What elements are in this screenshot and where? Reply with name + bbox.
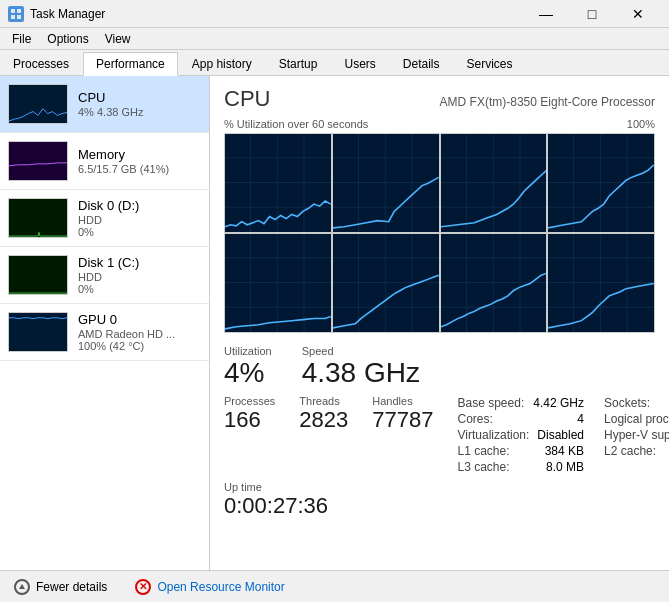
menu-options[interactable]: Options: [39, 30, 96, 48]
svg-rect-44: [333, 234, 439, 332]
sidebar-item-disk0[interactable]: Disk 0 (D:) HDD 0%: [0, 190, 209, 247]
svg-marker-65: [19, 584, 25, 589]
minimize-button[interactable]: —: [523, 4, 569, 24]
detail-label: Cores:: [458, 412, 493, 426]
svg-rect-23: [441, 134, 547, 232]
detail-label: Hyper-V support:: [604, 428, 669, 442]
window-controls: — □ ✕: [523, 4, 661, 24]
tab-users[interactable]: Users: [331, 51, 388, 75]
threads-stat: Threads 2823: [299, 395, 348, 475]
sidebar-item-gpu[interactable]: GPU 0 AMD Radeon HD ... 100% (42 °C): [0, 304, 209, 361]
fewer-details-icon: [14, 579, 30, 595]
detail-row: Hyper-V support:Yes: [604, 427, 669, 443]
tab-bar: Processes Performance App history Startu…: [0, 50, 669, 76]
svg-rect-37: [225, 234, 331, 332]
speed-stat-label: Speed: [302, 345, 420, 357]
cpu-panel-subtitle: AMD FX(tm)-8350 Eight-Core Processor: [440, 95, 655, 109]
sidebar-item-memory[interactable]: Memory 6.5/15.7 GB (41%): [0, 133, 209, 190]
cpu-core-6-graph: [441, 234, 547, 332]
details-panel: Base speed:4.42 GHzSockets:1Cores:4Logic…: [458, 395, 670, 475]
menu-view[interactable]: View: [97, 30, 139, 48]
disk1-detail: HDD: [78, 271, 201, 283]
handles-label: Handles: [372, 395, 433, 407]
detail-value: 4.42 GHz: [533, 396, 584, 410]
processes-stat: Processes 166: [224, 395, 275, 475]
fewer-details-label: Fewer details: [36, 580, 107, 594]
main-content: CPU 4% 4.38 GHz Memory 6.5/15.7 GB (41%): [0, 76, 669, 570]
resource-monitor-button[interactable]: ✕ Open Resource Monitor: [131, 577, 288, 597]
svg-rect-30: [548, 134, 654, 232]
sidebar-item-cpu[interactable]: CPU 4% 4.38 GHz: [0, 76, 209, 133]
disk0-info: Disk 0 (D:) HDD 0%: [78, 198, 201, 238]
utilization-100: 100%: [627, 118, 655, 130]
memory-info: Memory 6.5/15.7 GB (41%): [78, 147, 201, 175]
detail-value: 8.0 MB: [546, 460, 584, 474]
cpu-graphs-grid: [224, 133, 655, 333]
uptime-value: 0:00:27:36: [224, 495, 655, 517]
cpu-core-7-graph: [548, 234, 654, 332]
detail-row: Base speed:4.42 GHz: [458, 395, 585, 411]
close-button[interactable]: ✕: [615, 4, 661, 24]
detail-row: L2 cache:8.0 MB: [604, 443, 669, 459]
tab-performance[interactable]: Performance: [83, 52, 178, 76]
disk1-name: Disk 1 (C:): [78, 255, 201, 270]
speed-stat: Speed 4.38 GHz: [302, 345, 420, 387]
utilization-stat: Utilization 4%: [224, 345, 272, 387]
cpu-panel-title: CPU: [224, 86, 270, 112]
gpu-info: GPU 0 AMD Radeon HD ... 100% (42 °C): [78, 312, 201, 352]
handles-stat: Handles 77787: [372, 395, 433, 475]
cpu-name: CPU: [78, 90, 201, 105]
svg-rect-0: [11, 9, 15, 13]
svg-rect-58: [548, 234, 654, 332]
tab-processes[interactable]: Processes: [0, 51, 82, 75]
gpu-mini-chart: [8, 312, 68, 352]
menu-bar: File Options View: [0, 28, 669, 50]
gpu-model: AMD Radeon HD ...: [78, 328, 201, 340]
disk0-name: Disk 0 (D:): [78, 198, 201, 213]
uptime-stat: Up time 0:00:27:36: [224, 481, 655, 517]
cpu-core-3-graph: [548, 134, 654, 232]
tab-startup[interactable]: Startup: [266, 51, 331, 75]
detail-row: Virtualization:Disabled: [458, 427, 585, 443]
disk1-info: Disk 1 (C:) HDD 0%: [78, 255, 201, 295]
disk1-pct: 0%: [78, 283, 201, 295]
detail-label: Sockets:: [604, 396, 650, 410]
cpu-core-0-graph: [225, 134, 331, 232]
app-title: Task Manager: [30, 7, 105, 21]
sidebar-item-disk1[interactable]: Disk 1 (C:) HDD 0%: [0, 247, 209, 304]
svg-rect-1: [17, 9, 21, 13]
utilization-stat-value: 4%: [224, 359, 272, 387]
cpu-core-4-graph: [225, 234, 331, 332]
svg-rect-3: [17, 15, 21, 19]
cpu-core-2-graph: [441, 134, 547, 232]
svg-rect-6: [9, 199, 67, 237]
svg-rect-5: [9, 142, 67, 180]
svg-rect-4: [9, 85, 67, 123]
svg-rect-2: [11, 15, 15, 19]
detail-label: L3 cache:: [458, 460, 510, 474]
threads-value: 2823: [299, 409, 348, 431]
processes-label: Processes: [224, 395, 275, 407]
tab-details[interactable]: Details: [390, 51, 453, 75]
menu-file[interactable]: File: [4, 30, 39, 48]
detail-value: 384 KB: [545, 444, 584, 458]
memory-mini-chart: [8, 141, 68, 181]
tab-app-history[interactable]: App history: [179, 51, 265, 75]
processes-value: 166: [224, 409, 275, 431]
right-panel: CPU AMD FX(tm)-8350 Eight-Core Processor…: [210, 76, 669, 570]
detail-row: Logical processors:8: [604, 411, 669, 427]
svg-rect-7: [9, 256, 67, 294]
fewer-details-button[interactable]: Fewer details: [10, 577, 111, 597]
resource-monitor-icon: ✕: [135, 579, 151, 595]
cpu-detail: 4% 4.38 GHz: [78, 106, 201, 118]
tab-services[interactable]: Services: [454, 51, 526, 75]
utilization-label-row: % Utilization over 60 seconds 100%: [224, 118, 655, 130]
title-bar-left: Task Manager: [8, 6, 105, 22]
maximize-button[interactable]: □: [569, 4, 615, 24]
sidebar: CPU 4% 4.38 GHz Memory 6.5/15.7 GB (41%): [0, 76, 210, 570]
gpu-name: GPU 0: [78, 312, 201, 327]
detail-label: Virtualization:: [458, 428, 530, 442]
threads-label: Threads: [299, 395, 348, 407]
cpu-info: CPU 4% 4.38 GHz: [78, 90, 201, 118]
detail-value: 4: [577, 412, 584, 426]
